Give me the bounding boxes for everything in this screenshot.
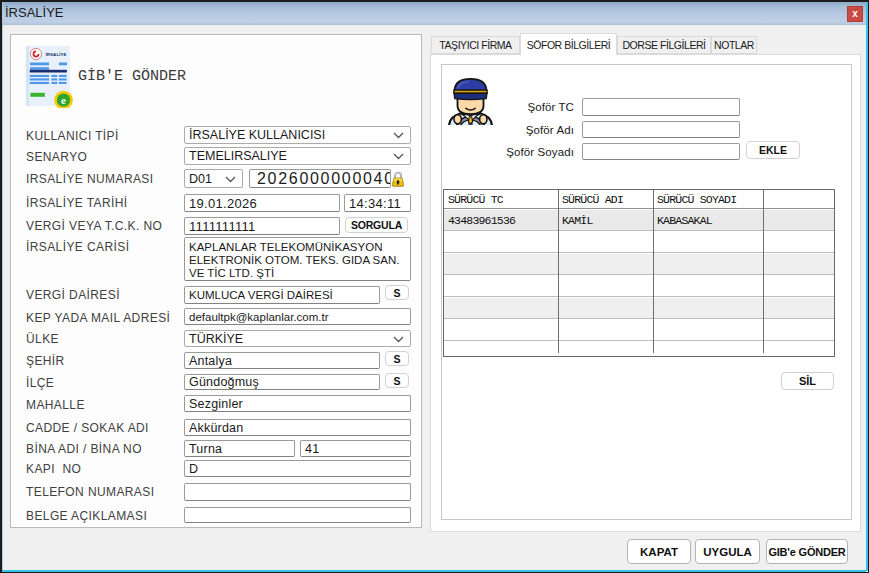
svg-text:İRSALİYE: İRSALİYE: [46, 52, 67, 57]
svg-text:e: e: [61, 94, 66, 106]
